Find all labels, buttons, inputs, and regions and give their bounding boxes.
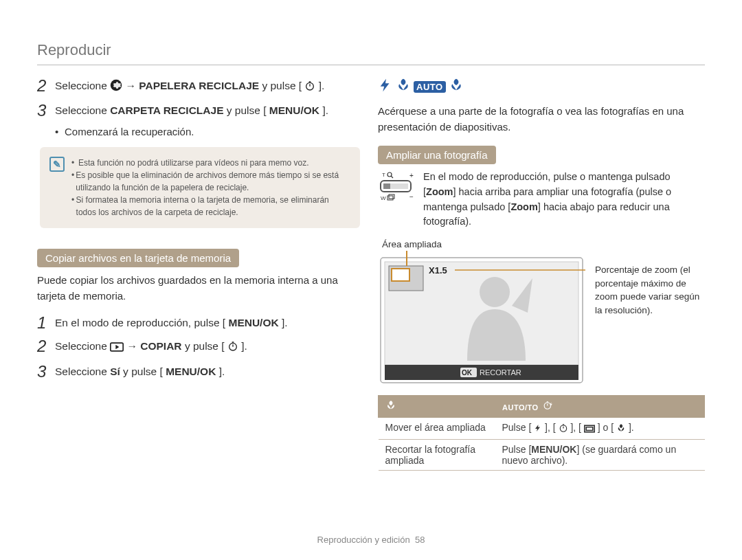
copy-step-1-number: 1 [37, 315, 55, 331]
preview-screen: X1.5 OK RECORTAR [378, 251, 585, 385]
svg-point-17 [480, 277, 510, 307]
ok-label: OK [462, 369, 473, 377]
note-icon: ✎ [49, 157, 65, 172]
macro-icon [396, 78, 411, 96]
copy-step-2-number: 2 [37, 338, 55, 355]
svg-point-25 [560, 425, 566, 432]
table-header-right: AUTO/TO [495, 396, 705, 418]
zoom-level-label: X1.5 [429, 265, 447, 276]
step-number-3: 3 [37, 102, 55, 119]
svg-rect-27 [586, 427, 593, 431]
page-section-title: Reproducir [37, 41, 705, 59]
recortar-label: RECORTAR [480, 368, 521, 377]
heading-zoom: Ampliar una fotografía [378, 146, 496, 164]
svg-rect-19 [392, 269, 409, 281]
heading-copy-files: Copiar archivos en la tarjeta de memoria [37, 249, 239, 267]
copy-intro: Puede copiar los archivos guardados en l… [37, 273, 360, 304]
svg-rect-12 [387, 196, 393, 200]
copy-step-2-body: Seleccione → COPIAR y pulse [ ]. [55, 338, 247, 356]
timer-icon [304, 80, 315, 96]
svg-text:+: + [409, 172, 414, 179]
note-item: Es posible que la eliminación de archivo… [76, 169, 350, 194]
left-column: 2 Seleccione → PAPELERA RECICLAJE y puls… [37, 78, 360, 471]
display-icon [584, 424, 595, 435]
svg-rect-10 [383, 183, 390, 189]
right-column: AUTO Acérquese a una parte de la fotogra… [378, 78, 705, 471]
gear-icon [110, 79, 122, 96]
area-ampliada-label: Área ampliada [382, 239, 705, 249]
table-row: Mover el área ampliada Pulse [ ], [ ], [… [379, 418, 705, 440]
flash-icon [378, 78, 393, 96]
zoom-actions-table: AUTO/TO Mover el área ampliada Pulse [ ]… [378, 395, 705, 471]
zoom-control-diagram: T + W − [378, 170, 415, 207]
copy-step-3-body: Seleccione Sí y pulse [ MENU/OK ]. [55, 363, 225, 379]
table-header-left [379, 396, 495, 418]
mode-icons-row: AUTO [378, 78, 705, 96]
right-intro: Acérquese a una parte de la fotografía o… [378, 104, 705, 135]
svg-text:−: − [409, 193, 414, 201]
zoom-description: En el modo de reproducción, pulse o mant… [423, 170, 705, 229]
svg-point-24 [545, 403, 551, 409]
table-row: Recortar la fotografía ampliada Pulse [M… [379, 440, 705, 471]
macro-icon [616, 423, 626, 435]
step-2-body: Seleccione → PAPELERA RECICLAJE y pulse … [55, 78, 324, 96]
timer-icon [559, 423, 568, 435]
zoom-percentage-desc: Porcentaje de zoom (el porcentaje máximo… [595, 251, 705, 317]
timer-icon [227, 340, 238, 356]
svg-line-6 [391, 176, 393, 178]
copy-step-3-number: 3 [37, 363, 55, 380]
svg-point-3 [229, 344, 237, 351]
svg-point-1 [306, 82, 314, 90]
svg-rect-13 [389, 194, 394, 199]
page-footer: Reproducción y edición 58 [0, 535, 742, 545]
svg-text:W: W [381, 195, 386, 201]
macro-icon [385, 402, 396, 413]
svg-text:T: T [382, 172, 385, 178]
flash-icon [534, 423, 542, 435]
note-item: Si formatea la memoria interna o la tarj… [76, 194, 350, 219]
note-item: Esta función no podrá utilizarse para ví… [78, 157, 309, 169]
timer-flash-icon [543, 401, 553, 412]
auto-badge: AUTO [414, 81, 446, 93]
step-number-2: 2 [37, 78, 55, 94]
play-rect-icon [110, 340, 124, 356]
macro-icon [449, 78, 464, 96]
step-3-substep: • Comenzará la recuperación. [37, 126, 360, 137]
header-rule [37, 65, 705, 65]
step-3-body: Seleccione CARPETA RECICLAJE y pulse [ M… [55, 102, 328, 118]
note-box: ✎ •Esta función no podrá utilizarse para… [40, 147, 360, 228]
copy-step-1-body: En el modo de reproducción, pulse [ MENU… [55, 315, 288, 331]
